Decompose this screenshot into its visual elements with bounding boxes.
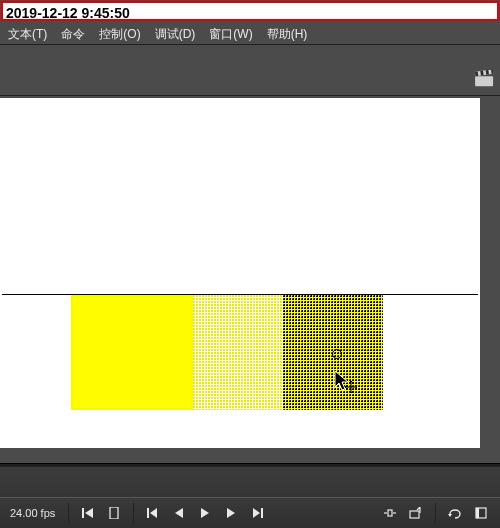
- timestamp-overlay: 2019-12-12 9:45:50: [1, 1, 499, 21]
- svg-marker-13: [175, 508, 183, 518]
- shape-halftone-light-rectangle[interactable]: [193, 295, 283, 410]
- svg-rect-10: [110, 507, 118, 519]
- tool-strip: [0, 45, 500, 96]
- svg-rect-11: [147, 508, 149, 518]
- step-back-button[interactable]: [168, 503, 190, 523]
- registration-point-icon: [332, 349, 342, 359]
- last-frame-button[interactable]: [246, 503, 268, 523]
- stage-canvas[interactable]: [0, 98, 480, 448]
- menu-help[interactable]: 帮助(H): [267, 26, 308, 43]
- svg-rect-17: [261, 508, 263, 518]
- options-button[interactable]: [470, 503, 492, 523]
- menu-window[interactable]: 窗口(W): [209, 26, 252, 43]
- step-forward-button[interactable]: [220, 503, 242, 523]
- svg-rect-18: [388, 510, 392, 516]
- play-button[interactable]: [194, 503, 216, 523]
- menu-debug[interactable]: 调试(D): [155, 26, 196, 43]
- export-frame-button[interactable]: [405, 503, 427, 523]
- loop-button[interactable]: [444, 503, 466, 523]
- separator: [435, 503, 436, 523]
- panel-clapper-button[interactable]: [474, 70, 496, 91]
- menu-bar: 文本(T) 命令 控制(O) 调试(D) 窗口(W) 帮助(H): [0, 25, 500, 43]
- timeline-ruler[interactable]: [0, 466, 500, 498]
- menu-control[interactable]: 控制(O): [99, 26, 140, 43]
- playback-bar: 24.00 fps: [0, 497, 500, 528]
- separator: [68, 503, 69, 523]
- svg-marker-12: [150, 508, 157, 518]
- go-to-first-frame-button[interactable]: [77, 503, 99, 523]
- fps-display[interactable]: 24.00 fps: [6, 507, 62, 519]
- menu-file[interactable]: 文本(T): [8, 26, 47, 43]
- svg-marker-9: [85, 508, 93, 518]
- svg-marker-14: [201, 508, 209, 518]
- menu-command[interactable]: 命令: [61, 26, 85, 43]
- svg-marker-15: [227, 508, 235, 518]
- svg-marker-22: [448, 514, 452, 517]
- stage-area[interactable]: [0, 96, 500, 468]
- clapperboard-icon: [474, 70, 496, 88]
- separator: [133, 503, 134, 523]
- svg-rect-0: [475, 76, 493, 86]
- first-frame-button[interactable]: [142, 503, 164, 523]
- svg-rect-8: [82, 508, 84, 518]
- svg-rect-21: [410, 511, 419, 518]
- shape-yellow-rectangle[interactable]: [71, 295, 193, 410]
- timeline-mode-button[interactable]: [103, 503, 125, 523]
- center-frame-button[interactable]: [379, 503, 401, 523]
- svg-marker-16: [253, 508, 260, 518]
- svg-rect-24: [476, 508, 479, 518]
